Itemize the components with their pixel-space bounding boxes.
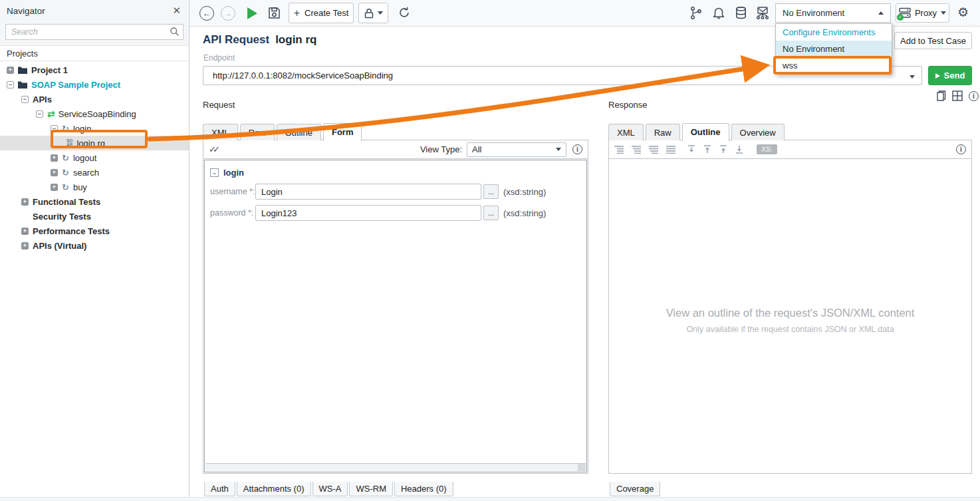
view-type-label: View Type:: [420, 144, 462, 154]
tab-overview[interactable]: Overview: [731, 124, 785, 140]
environment-selected-value: No Environment: [783, 8, 844, 18]
group-toggle[interactable]: ⌄: [210, 168, 219, 177]
endpoint-label: Endpoint: [203, 53, 235, 63]
expand-plus-icon[interactable]: +: [51, 184, 58, 191]
field-options-button[interactable]: ...: [483, 206, 499, 220]
save-button[interactable]: [268, 7, 281, 19]
send-button[interactable]: Send: [928, 66, 972, 85]
request-tabs: XML Raw Outline Form: [203, 122, 364, 140]
expand-plus-icon[interactable]: +: [21, 228, 29, 235]
collapse-up-icon[interactable]: [703, 145, 711, 154]
collapse-minus-icon[interactable]: −: [7, 81, 14, 88]
run-button[interactable]: [247, 7, 257, 19]
tab-auth[interactable]: Auth: [204, 482, 235, 496]
field-label: username *:: [210, 187, 255, 196]
folder-icon: [18, 81, 27, 88]
mock-dispatch-button[interactable]: [755, 6, 770, 20]
endpoint-dropdown-button[interactable]: [903, 71, 921, 81]
back-button[interactable]: ←: [199, 6, 214, 21]
tree-item-login[interactable]: − ↻ login: [0, 121, 189, 136]
refresh-button[interactable]: [398, 6, 411, 19]
expand-level-1-icon[interactable]: [614, 146, 624, 154]
expand-plus-icon[interactable]: +: [7, 67, 14, 74]
view-type-select[interactable]: All: [467, 142, 566, 157]
menu-item-no-environment[interactable]: No Environment: [776, 41, 892, 57]
search-input[interactable]: [5, 24, 184, 40]
tree-item-search[interactable]: + ↻ search: [0, 165, 189, 180]
tab-outline[interactable]: Outline: [682, 123, 729, 141]
validate-icon[interactable]: ✓✓: [209, 144, 221, 154]
git-branch-button[interactable]: [689, 6, 703, 20]
expand-level-3-icon[interactable]: [649, 146, 658, 154]
tab-attachments[interactable]: Attachments (0): [237, 482, 311, 496]
tree-item-performance-tests[interactable]: + Performance Tests: [0, 224, 189, 238]
tree-item-servicesoapbinding[interactable]: − ⇄ ServiceSoapBinding: [0, 106, 189, 121]
close-icon[interactable]: ✕: [172, 5, 181, 17]
check-icon: ✓: [897, 14, 904, 21]
resize-grip[interactable]: [578, 464, 586, 471]
tree-item-functional-tests[interactable]: + Functional Tests: [0, 194, 189, 209]
expand-level-2-icon[interactable]: [632, 146, 641, 154]
tab-ws-a[interactable]: WS-A: [312, 482, 348, 496]
tab-xml[interactable]: XML: [203, 124, 238, 140]
tree-item-soap-sample-project[interactable]: − SOAP Sample Project: [0, 77, 189, 92]
tree-item-apis-virtual[interactable]: + APIs (Virtual): [0, 238, 189, 253]
scroll-top-icon[interactable]: [719, 145, 727, 154]
tree-item-label: login: [73, 124, 91, 134]
menu-item-configure-environments[interactable]: Configure Environments: [776, 24, 892, 41]
tree-item-label: ServiceSoapBinding: [59, 109, 136, 119]
xs-namespace-button[interactable]: XS:: [757, 144, 777, 154]
tab-raw[interactable]: Raw: [240, 124, 275, 140]
settings-button[interactable]: ⚙: [957, 5, 969, 20]
create-test-button[interactable]: + Create Test: [289, 3, 354, 23]
tree-item-security-tests[interactable]: Security Tests: [0, 209, 189, 224]
environment-select[interactable]: No Environment: [775, 3, 891, 23]
tree-item-label: login rq: [76, 138, 105, 148]
username-input[interactable]: [255, 184, 481, 200]
menu-item-wss[interactable]: wss: [776, 57, 892, 74]
field-options-button[interactable]: ...: [483, 184, 499, 199]
expand-plus-icon[interactable]: +: [51, 169, 58, 176]
tree-item-label: search: [73, 168, 99, 178]
forward-button[interactable]: →: [221, 6, 235, 21]
tab-xml[interactable]: XML: [608, 124, 644, 140]
tree-item-label: Security Tests: [33, 212, 91, 222]
add-to-test-case-button[interactable]: Add to Test Case: [894, 32, 972, 49]
expand-plus-icon[interactable]: +: [21, 242, 29, 250]
proxy-button[interactable]: ✓ Proxy: [896, 3, 949, 23]
notifications-button[interactable]: [712, 6, 725, 20]
tab-coverage[interactable]: Coverage: [610, 482, 660, 496]
soap-request-icon: SOAP: [66, 139, 72, 147]
expand-down-icon[interactable]: [687, 145, 695, 154]
operation-icon: ↻: [62, 182, 69, 192]
tree-item-buy[interactable]: + ↻ buy: [0, 180, 189, 194]
horizontal-scrollbar[interactable]: [205, 463, 586, 471]
tree-item-login-rq[interactable]: SOAP login rq: [0, 136, 189, 150]
operation-icon: ↻: [62, 168, 69, 178]
expand-all-levels-icon[interactable]: [666, 146, 675, 154]
info-icon[interactable]: i: [956, 144, 966, 154]
expand-plus-icon[interactable]: +: [51, 154, 58, 162]
collapse-minus-icon[interactable]: −: [36, 110, 43, 118]
tab-form[interactable]: Form: [323, 123, 362, 141]
data-sources-button[interactable]: [734, 6, 748, 20]
tab-raw[interactable]: Raw: [646, 124, 680, 140]
tree-item-logout[interactable]: + ↻ logout: [0, 150, 189, 165]
info-icon[interactable]: i: [572, 144, 582, 154]
collapse-minus-icon[interactable]: −: [21, 96, 29, 103]
tab-outline[interactable]: Outline: [277, 124, 321, 140]
empty-state-subtitle: Only available if the request contains J…: [609, 325, 971, 334]
password-input[interactable]: [255, 205, 481, 221]
tree-item-label: buy: [73, 182, 87, 192]
tab-headers[interactable]: Headers (0): [394, 482, 453, 496]
tree-item-project-1[interactable]: + Project 1: [0, 63, 189, 77]
mail-network-icon: [755, 6, 770, 20]
play-icon: [247, 7, 257, 19]
scroll-bottom-icon[interactable]: [735, 145, 743, 154]
auth-lock-button[interactable]: [358, 3, 388, 23]
tab-ws-rm[interactable]: WS-RM: [349, 482, 393, 496]
tree-item-apis[interactable]: − APIs: [0, 92, 189, 106]
proxy-server-icon: ✓: [899, 7, 911, 19]
collapse-minus-icon[interactable]: −: [51, 125, 58, 132]
expand-plus-icon[interactable]: +: [21, 198, 29, 206]
